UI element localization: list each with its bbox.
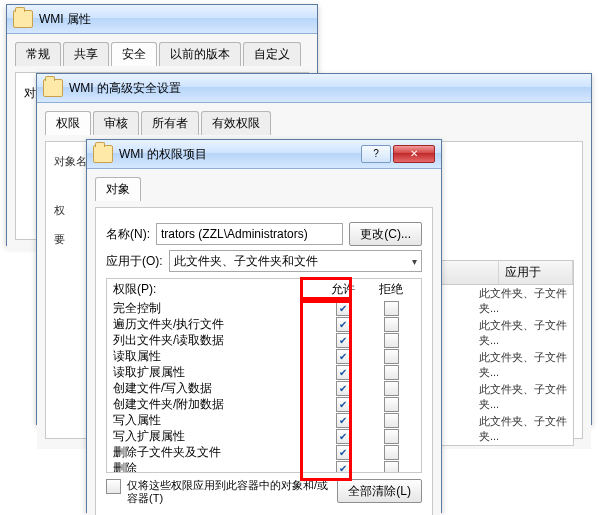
perm-row: 创建文件夹/附加数据✔	[113, 396, 415, 412]
perm-name: 读取属性	[113, 348, 319, 365]
applyto-select[interactable]: 此文件夹、子文件夹和文件 ▾	[169, 250, 422, 272]
deny-checkbox[interactable]	[384, 381, 399, 396]
deny-checkbox[interactable]	[384, 461, 399, 473]
deny-checkbox[interactable]	[384, 365, 399, 380]
deny-checkbox[interactable]	[384, 317, 399, 332]
perm-name: 读取扩展属性	[113, 364, 319, 381]
tab-general[interactable]: 常规	[15, 42, 61, 66]
perm-row: 创建文件/写入数据✔	[113, 380, 415, 396]
permission-entry-dialog: WMI 的权限项目 ? ✕ 对象 名称(N): trators (ZZL\Adm…	[86, 139, 442, 513]
perm-row: 写入属性✔	[113, 412, 415, 428]
allow-checkbox[interactable]: ✔	[336, 461, 351, 473]
deny-checkbox[interactable]	[384, 397, 399, 412]
window-title: WMI 的权限项目	[119, 146, 361, 163]
deny-checkbox[interactable]	[384, 429, 399, 444]
allow-checkbox[interactable]: ✔	[336, 317, 351, 332]
tab-effective[interactable]: 有效权限	[201, 111, 271, 135]
deny-checkbox[interactable]	[384, 301, 399, 316]
permissions-label: 权限(P):	[113, 281, 319, 298]
tab-previous[interactable]: 以前的版本	[159, 42, 241, 66]
allow-checkbox[interactable]: ✔	[336, 445, 351, 460]
perm-name: 删除	[113, 460, 319, 473]
tab-bar: 权限 审核 所有者 有效权限	[45, 111, 583, 135]
perm-name: 写入扩展属性	[113, 428, 319, 445]
folder-icon	[13, 10, 33, 28]
name-label: 名称(N):	[106, 226, 150, 243]
deny-checkbox[interactable]	[384, 349, 399, 364]
perm-row: 删除✔	[113, 460, 415, 472]
tab-audit[interactable]: 审核	[93, 111, 139, 135]
tab-object[interactable]: 对象	[95, 177, 141, 201]
perm-name: 创建文件/写入数据	[113, 380, 319, 397]
allow-checkbox[interactable]: ✔	[336, 333, 351, 348]
folder-icon	[93, 145, 113, 163]
titlebar[interactable]: WMI 属性	[7, 5, 317, 34]
clear-all-button[interactable]: 全部清除(L)	[337, 479, 422, 503]
col-allow: 允许	[319, 281, 367, 298]
tab-sharing[interactable]: 共享	[63, 42, 109, 66]
perm-name: 写入属性	[113, 412, 319, 429]
applyto-label: 应用于(O):	[106, 253, 163, 270]
tab-custom[interactable]: 自定义	[243, 42, 301, 66]
allow-checkbox[interactable]: ✔	[336, 301, 351, 316]
col-applyto: 应用于	[499, 261, 573, 284]
allow-checkbox[interactable]: ✔	[336, 381, 351, 396]
window-title: WMI 属性	[39, 11, 311, 28]
allow-checkbox[interactable]: ✔	[336, 349, 351, 364]
deny-checkbox[interactable]	[384, 413, 399, 428]
tab-owner[interactable]: 所有者	[141, 111, 199, 135]
help-button[interactable]: ?	[361, 145, 391, 163]
perm-row: 删除子文件夹及文件✔	[113, 444, 415, 460]
deny-checkbox[interactable]	[384, 445, 399, 460]
perm-name: 遍历文件夹/执行文件	[113, 316, 319, 333]
chevron-down-icon: ▾	[412, 256, 417, 267]
apply-only-label: 仅将这些权限应用到此容器中的对象和/或容器(T)	[127, 479, 331, 505]
perm-name: 列出文件夹/读取数据	[113, 332, 319, 349]
apply-only-checkbox[interactable]	[106, 479, 121, 494]
allow-checkbox[interactable]: ✔	[336, 397, 351, 412]
titlebar[interactable]: WMI 的权限项目 ? ✕	[87, 140, 441, 169]
window-title: WMI 的高级安全设置	[69, 80, 585, 97]
tab-security[interactable]: 安全	[111, 42, 157, 66]
perm-row: 读取属性✔	[113, 348, 415, 364]
perm-row: 读取扩展属性✔	[113, 364, 415, 380]
close-button[interactable]: ✕	[393, 145, 435, 163]
perm-row: 列出文件夹/读取数据✔	[113, 332, 415, 348]
name-field: trators (ZZL\Administrators)	[156, 223, 343, 245]
allow-checkbox[interactable]: ✔	[336, 365, 351, 380]
permissions-short-label: 权	[54, 203, 65, 218]
titlebar[interactable]: WMI 的高级安全设置	[37, 74, 591, 103]
change-button[interactable]: 更改(C)...	[349, 222, 422, 246]
perm-row: 写入扩展属性✔	[113, 428, 415, 444]
perm-name: 创建文件夹/附加数据	[113, 396, 319, 413]
permissions-table: 权限(P): 允许 拒绝 完全控制✔遍历文件夹/执行文件✔列出文件夹/读取数据✔…	[106, 278, 422, 473]
allow-checkbox[interactable]: ✔	[336, 429, 351, 444]
tab-bar: 常规 共享 安全 以前的版本 自定义	[15, 42, 309, 66]
col-deny: 拒绝	[367, 281, 415, 298]
perm-row: 遍历文件夹/执行文件✔	[113, 316, 415, 332]
allow-checkbox[interactable]: ✔	[336, 413, 351, 428]
folder-icon	[43, 79, 63, 97]
deny-checkbox[interactable]	[384, 333, 399, 348]
perm-name: 完全控制	[113, 300, 319, 317]
perm-row: 完全控制✔	[113, 300, 415, 316]
perm-name: 删除子文件夹及文件	[113, 444, 319, 461]
tab-permissions[interactable]: 权限	[45, 111, 91, 135]
